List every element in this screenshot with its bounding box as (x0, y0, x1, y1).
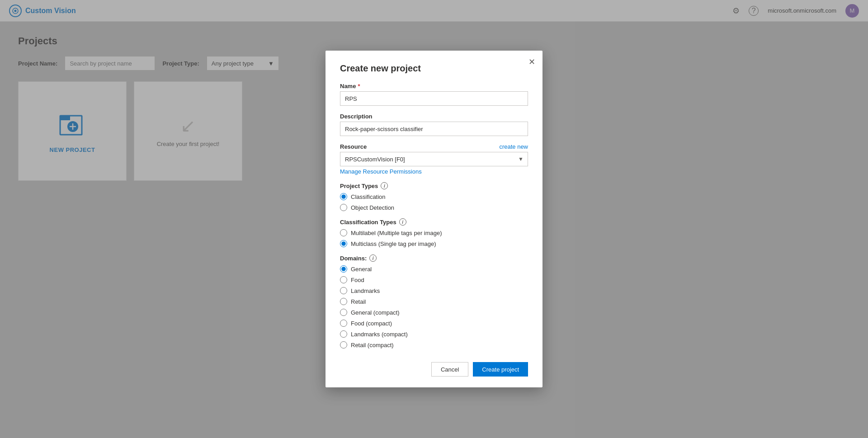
domains-group: Domains: i General Food Landmarks (340, 254, 528, 349)
retail-compact-label: Retail (compact) (351, 342, 394, 349)
domains-info-icon: i (369, 254, 377, 262)
create-project-dialog: Create new project ✕ Name* Description R… (326, 51, 542, 387)
multilabel-option[interactable]: Multilabel (Multiple tags per image) (340, 229, 528, 236)
classification-option[interactable]: Classification (340, 193, 528, 200)
description-label: Description (340, 113, 528, 120)
landmarks-radio[interactable] (340, 287, 347, 294)
domains-header: Domains: i (340, 254, 528, 262)
retail-compact-radio[interactable] (340, 341, 347, 349)
retail-label: Retail (351, 298, 366, 305)
description-input[interactable] (340, 122, 528, 136)
multilabel-label: Multilabel (Multiple tags per image) (351, 230, 442, 236)
general-label: General (351, 266, 372, 273)
multiclass-radio[interactable] (340, 240, 347, 247)
object-detection-radio[interactable] (340, 204, 347, 211)
landmarks-compact-label: Landmarks (compact) (351, 331, 408, 338)
resource-header: Resource create new (340, 143, 528, 150)
general-compact-label: General (compact) (351, 309, 400, 316)
classification-type-radio-group: Multilabel (Multiple tags per image) Mul… (340, 229, 528, 247)
domain-landmarks[interactable]: Landmarks (340, 287, 528, 294)
manage-permissions-link[interactable]: Manage Resource Permissions (340, 168, 528, 175)
domain-food[interactable]: Food (340, 276, 528, 283)
classification-radio[interactable] (340, 193, 347, 200)
multiclass-option[interactable]: Multiclass (Single tag per image) (340, 240, 528, 247)
multilabel-radio[interactable] (340, 229, 347, 236)
retail-radio[interactable] (340, 298, 347, 305)
classification-label: Classification (351, 193, 386, 200)
resource-group: Resource create new RPSCustomVision [F0]… (340, 143, 528, 175)
project-type-radio-group: Classification Object Detection (340, 193, 528, 211)
domain-retail[interactable]: Retail (340, 298, 528, 305)
classification-types-header: Classification Types i (340, 218, 528, 226)
project-types-group: Project Types i Classification Object De… (340, 182, 528, 211)
resource-select-wrapper: RPSCustomVision [F0] ▼ (340, 152, 528, 166)
food-compact-label: Food (compact) (351, 320, 392, 327)
object-detection-option[interactable]: Object Detection (340, 204, 528, 211)
dialog-footer: Cancel Create project (340, 358, 528, 377)
classification-types-group: Classification Types i Multilabel (Multi… (340, 218, 528, 247)
domain-retail-compact[interactable]: Retail (compact) (340, 341, 528, 349)
close-button[interactable]: ✕ (528, 58, 535, 66)
domain-landmarks-compact[interactable]: Landmarks (compact) (340, 330, 528, 338)
dialog-title: Create new project (340, 63, 528, 74)
description-group: Description (340, 113, 528, 136)
resource-select[interactable]: RPSCustomVision [F0] (340, 152, 528, 166)
project-types-info-icon: i (381, 182, 388, 189)
food-label: Food (351, 277, 364, 283)
create-project-button[interactable]: Create project (473, 362, 528, 377)
food-radio[interactable] (340, 276, 347, 283)
resource-label: Resource (340, 143, 367, 150)
name-group: Name* (340, 83, 528, 106)
domain-general[interactable]: General (340, 265, 528, 273)
general-radio[interactable] (340, 265, 347, 273)
object-detection-label: Object Detection (351, 204, 394, 211)
create-new-link[interactable]: create new (499, 143, 528, 150)
name-input[interactable] (340, 91, 528, 106)
food-compact-radio[interactable] (340, 320, 347, 327)
domain-food-compact[interactable]: Food (compact) (340, 320, 528, 327)
landmarks-label: Landmarks (351, 287, 380, 294)
cancel-button[interactable]: Cancel (431, 362, 468, 377)
general-compact-radio[interactable] (340, 309, 347, 316)
landmarks-compact-radio[interactable] (340, 330, 347, 338)
name-label: Name* (340, 83, 528, 89)
multiclass-label: Multiclass (Single tag per image) (351, 240, 436, 247)
domains-radio-group: General Food Landmarks Retail General (c… (340, 265, 528, 349)
modal-overlay: Create new project ✕ Name* Description R… (0, 0, 868, 438)
domain-general-compact[interactable]: General (compact) (340, 309, 528, 316)
classification-types-info-icon: i (399, 218, 406, 226)
project-types-header: Project Types i (340, 182, 528, 189)
